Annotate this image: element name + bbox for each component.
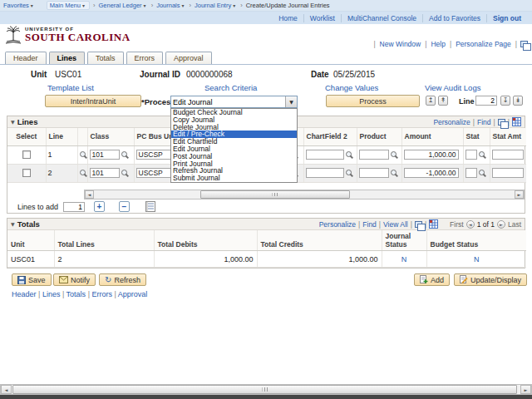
- scroll-next-chunk-icon[interactable]: ↡: [513, 96, 523, 106]
- lookup-icon[interactable]: [346, 169, 354, 178]
- home-link[interactable]: Home: [273, 14, 304, 22]
- breadcrumb-main-menu[interactable]: Main Menu: [47, 1, 90, 10]
- lookup-icon[interactable]: [80, 150, 88, 160]
- process-button[interactable]: Process: [326, 95, 420, 107]
- breadcrumb-journals[interactable]: Journals: [156, 2, 185, 9]
- new-window-link[interactable]: New Window: [376, 40, 426, 48]
- scrollbar-thumb[interactable]: [200, 190, 350, 199]
- zoom-grid-icon[interactable]: [498, 119, 505, 126]
- budget-status-link[interactable]: N: [474, 255, 480, 264]
- lookup-icon[interactable]: [479, 150, 487, 160]
- lines-title[interactable]: ▼Lines: [11, 117, 37, 126]
- download-grid-icon[interactable]: [429, 219, 438, 229]
- add-button[interactable]: Add: [414, 273, 450, 286]
- add-to-favorites-link[interactable]: Add to Favorites: [423, 14, 487, 22]
- personalize-page-link[interactable]: Personalize Page: [451, 40, 515, 48]
- tab-totals[interactable]: Totals: [87, 52, 124, 65]
- totals-personalize-link[interactable]: Personalize: [319, 220, 356, 229]
- dropdown-option[interactable]: Submit Journal: [171, 175, 297, 182]
- lookup-icon[interactable]: [391, 169, 399, 178]
- view-audit-logs-link[interactable]: View Audit Logs: [425, 83, 480, 92]
- footer-totals-link[interactable]: Totals: [66, 290, 86, 298]
- product-field[interactable]: [359, 150, 389, 160]
- lines-find-link[interactable]: Find: [477, 118, 491, 126]
- inter-intraunit-button[interactable]: Inter/IntraUnit: [45, 95, 141, 107]
- amount-field[interactable]: -1,000.00: [404, 168, 459, 178]
- download-grid-icon[interactable]: [512, 117, 521, 126]
- footer-approval-link[interactable]: Approval: [118, 290, 148, 298]
- amount-field[interactable]: 1,000.00: [404, 150, 459, 160]
- pager-last-label[interactable]: Last: [508, 220, 521, 229]
- process-select[interactable]: Edit Journal: [170, 96, 298, 108]
- journal-lines-icon[interactable]: [145, 201, 155, 212]
- product-field[interactable]: [359, 168, 389, 178]
- scroll-left-icon[interactable]: ◄: [85, 190, 94, 199]
- tab-errors[interactable]: Errors: [126, 52, 164, 65]
- update-display-button[interactable]: Update/Display: [454, 273, 527, 286]
- footer-links: Header | Lines | Totals | Errors | Appro…: [12, 290, 147, 298]
- col-chartfield2: ChartField 2: [303, 128, 357, 145]
- pager-prev-icon[interactable]: ◄: [466, 220, 475, 229]
- breadcrumb-favorites[interactable]: Favorites: [3, 2, 35, 9]
- class-field[interactable]: 101: [90, 150, 120, 160]
- pager-first-label[interactable]: First: [450, 220, 464, 229]
- refresh-button[interactable]: ↻ Refresh: [99, 273, 146, 286]
- totals-title[interactable]: ▼Totals: [11, 219, 40, 229]
- stat-field[interactable]: [466, 168, 477, 178]
- grid-horizontal-scrollbar[interactable]: ◄ ►: [84, 190, 525, 200]
- scroll-left-icon[interactable]: ◄: [1, 385, 12, 394]
- scroll-right-icon[interactable]: ►: [520, 385, 531, 394]
- lookup-icon[interactable]: [391, 150, 399, 160]
- window-horizontal-scrollbar[interactable]: ◄ ►: [0, 384, 532, 395]
- scroll-up-icon[interactable]: ↟: [438, 96, 448, 106]
- stat-amt-field[interactable]: [492, 150, 524, 160]
- lookup-icon[interactable]: [80, 169, 88, 178]
- notify-button[interactable]: Notify: [53, 273, 96, 286]
- sign-out-link[interactable]: Sign out: [487, 14, 527, 22]
- scrollbar-grip: [262, 387, 268, 392]
- lines-to-add-field[interactable]: 1: [63, 202, 85, 212]
- footer-header-link[interactable]: Header: [12, 290, 37, 298]
- lookup-icon[interactable]: [121, 169, 130, 178]
- add-row-button[interactable]: +: [94, 201, 105, 212]
- row-select-checkbox[interactable]: [22, 169, 31, 177]
- chartfield2-field[interactable]: [306, 150, 344, 160]
- worklist-link[interactable]: Worklist: [304, 14, 342, 22]
- tab-lines[interactable]: Lines: [49, 52, 86, 65]
- lines-personalize-link[interactable]: Personalize: [433, 118, 470, 126]
- totals-find-link[interactable]: Find: [362, 220, 377, 229]
- help-link[interactable]: Help: [426, 40, 449, 48]
- scroll-prev-chunk-icon[interactable]: ↥: [426, 96, 436, 106]
- lookup-icon[interactable]: [346, 150, 354, 160]
- popup-window-icon[interactable]: [520, 41, 528, 47]
- totals-view-all-link[interactable]: View All: [383, 220, 408, 229]
- stat-amt-field[interactable]: [492, 168, 524, 178]
- multichannel-console-link[interactable]: MultiChannel Console: [342, 14, 423, 22]
- pager-next-icon[interactable]: ►: [497, 220, 505, 229]
- search-criteria-link[interactable]: Search Criteria: [204, 83, 257, 92]
- footer-lines-link[interactable]: Lines: [42, 290, 61, 298]
- scroll-right-icon[interactable]: ►: [515, 190, 524, 199]
- tab-approval[interactable]: Approval: [165, 52, 212, 65]
- stat-field[interactable]: [466, 150, 477, 160]
- line-number-field[interactable]: 2: [475, 96, 497, 106]
- lookup-icon[interactable]: [121, 150, 130, 160]
- breadcrumb-journal-entry[interactable]: Journal Entry: [195, 2, 237, 9]
- page-links: | New Window | Help | Personalize Page |: [373, 40, 528, 48]
- select-arrow-icon[interactable]: [285, 96, 297, 107]
- breadcrumb-general-ledger[interactable]: General Ledger: [98, 2, 147, 9]
- template-list-link[interactable]: Template List: [47, 83, 94, 92]
- footer-errors-link[interactable]: Errors: [91, 290, 112, 298]
- change-values-link[interactable]: Change Values: [325, 83, 378, 92]
- journal-status-link[interactable]: N: [401, 255, 407, 264]
- class-field[interactable]: 101: [90, 168, 120, 178]
- save-button[interactable]: Save: [12, 273, 52, 286]
- scrollbar-thumb[interactable]: [12, 385, 517, 394]
- zoom-grid-icon[interactable]: [415, 221, 422, 228]
- lookup-icon[interactable]: [479, 169, 487, 178]
- row-select-checkbox[interactable]: [22, 150, 31, 159]
- tab-header[interactable]: Header: [5, 52, 47, 65]
- delete-row-button[interactable]: −: [119, 201, 130, 212]
- scroll-down-icon[interactable]: ↧: [500, 96, 510, 106]
- chartfield2-field[interactable]: [306, 168, 344, 178]
